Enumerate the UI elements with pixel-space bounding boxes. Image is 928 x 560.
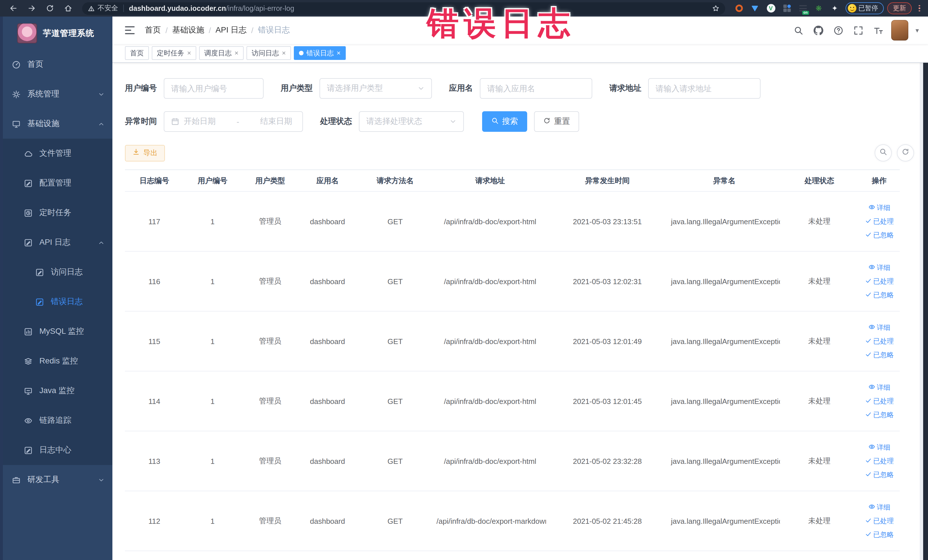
- action-label: 详细: [877, 383, 890, 392]
- action-label: 已处理: [873, 456, 894, 466]
- process-status-select[interactable]: 请选择处理状态: [359, 111, 464, 132]
- sidebar-item-9[interactable]: MySQL 监控: [0, 317, 112, 346]
- column-header-5: 请求地址: [434, 170, 546, 191]
- breadcrumb-item[interactable]: API 日志: [216, 25, 247, 35]
- sidebar-item-label: 基础设施: [27, 119, 91, 129]
- profile-paused-chip[interactable]: 已暂停: [845, 2, 884, 14]
- action-processed-link[interactable]: 已处理: [865, 336, 894, 346]
- app-logo[interactable]: 芋道管理系统: [0, 17, 112, 50]
- sidebar-item-2[interactable]: 基础设施: [0, 109, 112, 139]
- search-icon[interactable]: [791, 23, 806, 38]
- action-detail-link[interactable]: 详细: [868, 203, 890, 212]
- chrome-menu-icon[interactable]: [916, 5, 922, 12]
- forward-icon[interactable]: [24, 2, 39, 15]
- action-ignored-link[interactable]: 已忽略: [865, 410, 894, 420]
- tab-home[interactable]: 首页: [125, 46, 149, 60]
- sidebar-item-8[interactable]: 错误日志: [0, 287, 112, 317]
- address-bar[interactable]: 不安全 dashboard.yudao.iocoder.cn /infra/lo…: [82, 2, 725, 15]
- toggle-search-button[interactable]: [875, 144, 891, 162]
- help-icon[interactable]: [831, 23, 846, 38]
- home-icon[interactable]: [61, 2, 75, 15]
- fullscreen-icon[interactable]: [851, 23, 866, 38]
- sidebar-item-10[interactable]: Redis 监控: [0, 346, 112, 376]
- action-processed-link[interactable]: 已处理: [865, 217, 894, 226]
- sidebar-item-11[interactable]: Java 监控: [0, 376, 112, 406]
- action-detail-link[interactable]: 详细: [868, 323, 890, 333]
- action-processed-link[interactable]: 已处理: [865, 276, 894, 286]
- check-icon: [865, 351, 872, 359]
- sidebar-item-label: 链路追踪: [40, 415, 104, 426]
- user-avatar[interactable]: [891, 20, 908, 41]
- user-type-select[interactable]: 请选择用户类型: [319, 78, 432, 99]
- search-icon: [879, 148, 887, 158]
- sidebar-item-5[interactable]: 定时任务: [0, 198, 112, 227]
- edit-square-icon: [24, 446, 32, 455]
- action-processed-link[interactable]: 已处理: [865, 456, 894, 466]
- action-detail-link[interactable]: 详细: [868, 263, 890, 272]
- search-button[interactable]: 搜索: [482, 111, 527, 132]
- cell-user-id: 1: [184, 251, 241, 311]
- sidebar-item-14[interactable]: 研发工具: [0, 465, 112, 495]
- reset-button[interactable]: 重置: [534, 111, 579, 132]
- action-processed-link[interactable]: 已处理: [865, 516, 894, 526]
- close-tab-icon[interactable]: ×: [187, 50, 191, 56]
- refresh-table-button[interactable]: [897, 144, 914, 162]
- layers-icon: [24, 357, 32, 365]
- font-size-icon[interactable]: [871, 23, 886, 38]
- action-label: 已忽略: [873, 230, 894, 240]
- sidebar-item-1[interactable]: 系统管理: [0, 79, 112, 109]
- close-tab-icon[interactable]: ×: [282, 50, 286, 56]
- github-icon[interactable]: [811, 23, 826, 38]
- page-scrollbar[interactable]: [919, 17, 923, 560]
- paused-label: 已暂停: [858, 4, 878, 12]
- action-ignored-link[interactable]: 已忽略: [865, 230, 894, 240]
- ext-orange-ring-icon[interactable]: [734, 3, 744, 13]
- check-icon: [865, 517, 872, 525]
- tab-调度日志[interactable]: 调度日志×: [199, 46, 244, 60]
- user-id-input[interactable]: [164, 78, 264, 99]
- ext-green-v-icon[interactable]: V: [766, 3, 776, 13]
- action-label: 已处理: [873, 396, 894, 406]
- action-ignored-link[interactable]: 已忽略: [865, 470, 894, 479]
- sidebar-item-3[interactable]: 文件管理: [0, 139, 112, 168]
- export-button[interactable]: 导出: [125, 145, 165, 161]
- exception-time-range-picker[interactable]: 开始日期 - 结束日期: [164, 111, 303, 132]
- sidebar-item-7[interactable]: 访问日志: [0, 257, 112, 287]
- action-processed-link[interactable]: 已处理: [865, 396, 894, 406]
- app-name-input[interactable]: [480, 78, 592, 99]
- action-detail-link[interactable]: 详细: [868, 383, 890, 392]
- tab-错误日志[interactable]: 错误日志×: [294, 46, 346, 60]
- close-tab-icon[interactable]: ×: [337, 50, 340, 56]
- caret-down-icon[interactable]: ▼: [914, 27, 920, 34]
- chrome-update-button[interactable]: 更新: [887, 2, 912, 14]
- navbar-actions: ▼: [791, 20, 920, 41]
- action-detail-link[interactable]: 详细: [868, 443, 890, 452]
- tab-定时任务[interactable]: 定时任务×: [152, 46, 196, 60]
- reload-icon[interactable]: [42, 2, 57, 15]
- tab-访问日志[interactable]: 访问日志×: [246, 46, 291, 60]
- action-ignored-link[interactable]: 已忽略: [865, 530, 894, 539]
- action-ignored-link[interactable]: 已忽略: [865, 350, 894, 360]
- breadcrumb-item[interactable]: 首页: [145, 25, 161, 35]
- bookmark-star-icon[interactable]: [712, 5, 719, 12]
- sidebar-item-12[interactable]: 链路追踪: [0, 406, 112, 435]
- ext-flower-icon[interactable]: ✦: [830, 3, 839, 13]
- action-detail-link[interactable]: 详细: [868, 502, 890, 512]
- action-label: 详细: [877, 203, 890, 212]
- action-ignored-link[interactable]: 已忽略: [865, 290, 894, 300]
- app-name-label: 应用名: [449, 83, 473, 93]
- ext-blue-drop-icon[interactable]: [750, 3, 760, 13]
- sidebar-item-4[interactable]: 配置管理: [0, 168, 112, 198]
- back-icon[interactable]: [6, 2, 21, 15]
- sidebar-item-0[interactable]: 首页: [0, 50, 112, 79]
- ext-on-badge-icon[interactable]: on: [798, 3, 807, 13]
- hamburger-icon[interactable]: [121, 23, 139, 38]
- sidebar-item-13[interactable]: 日志中心: [0, 435, 112, 465]
- ext-sprout-icon[interactable]: ❋: [814, 3, 824, 13]
- ext-grid-icon[interactable]: [782, 3, 792, 13]
- sidebar-item-6[interactable]: API 日志: [0, 227, 112, 257]
- close-tab-icon[interactable]: ×: [235, 50, 238, 56]
- search-icon: [491, 117, 499, 126]
- breadcrumb-item[interactable]: 基础设施: [172, 25, 204, 35]
- request-url-input[interactable]: [648, 78, 760, 99]
